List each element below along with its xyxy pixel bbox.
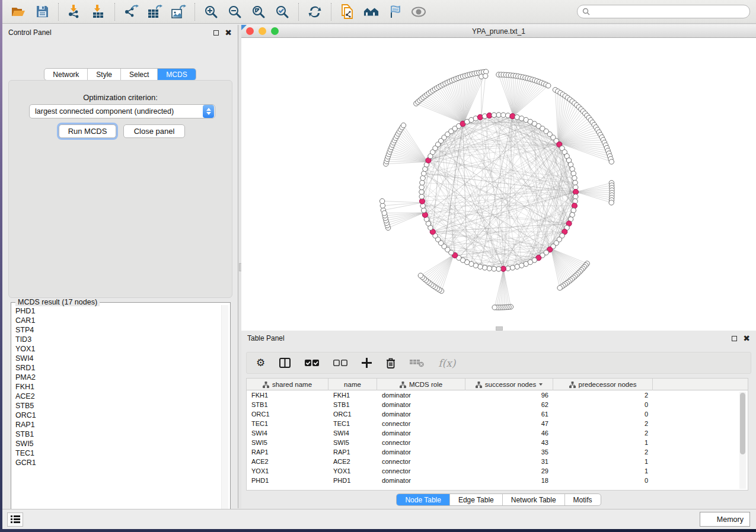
network-node[interactable] (482, 265, 487, 270)
network-node[interactable] (573, 194, 578, 199)
tab-mcds[interactable]: MCDS (157, 69, 195, 80)
mcds-hub-node[interactable] (572, 203, 577, 209)
task-history-button[interactable] (7, 512, 23, 527)
run-mcds-button[interactable]: Run MCDS (59, 124, 116, 138)
network-node[interactable] (496, 113, 501, 117)
mcds-list-scrollbar[interactable] (221, 305, 228, 518)
mcds-result-item[interactable]: PMA2 (15, 373, 221, 382)
network-node[interactable] (510, 265, 515, 270)
column-header-MCDS-role[interactable]: MCDS role (377, 379, 465, 390)
network-node[interactable] (492, 113, 496, 117)
network-node[interactable] (572, 175, 577, 180)
table-row[interactable]: STB1STB1dominator620 (247, 400, 748, 409)
tab-motifs[interactable]: Motifs (564, 494, 601, 505)
export-network-icon[interactable] (123, 4, 139, 20)
network-node[interactable] (419, 185, 424, 190)
add-column-icon[interactable] (362, 358, 372, 368)
import-network-icon[interactable] (67, 4, 82, 20)
mcds-result-item[interactable]: TEC1 (15, 448, 221, 458)
network-node[interactable] (492, 267, 496, 271)
memory-button[interactable]: Memory (700, 512, 750, 527)
network-canvas[interactable] (241, 38, 756, 331)
select-all-columns-icon[interactable] (305, 360, 319, 367)
mcds-result-item[interactable]: CAR1 (15, 316, 221, 325)
scrollbar-thumb[interactable] (740, 393, 745, 454)
column-header-successor-nodes[interactable]: successor nodes (465, 379, 553, 390)
table-row[interactable]: YOX1YOX1connector291 (247, 466, 748, 476)
show-graphics-icon[interactable] (411, 4, 426, 20)
network-node[interactable] (419, 190, 424, 194)
mcds-result-item[interactable]: YOX1 (15, 344, 221, 354)
tab-node-table[interactable]: Node Table (397, 494, 449, 505)
network-node[interactable] (420, 175, 425, 180)
table-row[interactable]: TEC1TEC1connector472 (247, 419, 748, 428)
criterion-dropdown[interactable]: largest connected component (undirected) (29, 104, 215, 118)
mcds-result-item[interactable]: RAP1 (15, 420, 221, 430)
unselect-all-columns-icon[interactable] (333, 360, 347, 367)
float-table-panel-icon[interactable] (732, 336, 737, 341)
tab-select[interactable]: Select (120, 69, 157, 80)
mcds-result-list[interactable]: PHD1CAR1STP4TID3YOX1SWI4SRD1PMA2FKH1ACE2… (12, 306, 221, 518)
mcds-result-item[interactable]: GCR1 (15, 458, 221, 467)
tab-network-table[interactable]: Network Table (502, 494, 564, 505)
table-row[interactable]: SWI4SWI4dominator462 (247, 428, 748, 438)
cybrowser-icon[interactable] (363, 4, 379, 20)
clone-network-icon[interactable] (340, 4, 355, 20)
table-row[interactable]: FKH1FKH1dominator962 (247, 390, 748, 400)
save-session-icon[interactable] (34, 4, 50, 20)
zoom-out-icon[interactable] (227, 4, 243, 20)
network-node[interactable] (501, 113, 506, 117)
network-titlebar[interactable]: YPA_prune.txt_1 (241, 25, 756, 38)
mcds-result-item[interactable]: STB5 (15, 401, 221, 411)
column-settings-icon[interactable]: ⚙ (256, 358, 265, 368)
table-row[interactable]: ACE2ACE2connector311 (247, 457, 748, 466)
table-row[interactable]: RAP1RAP1dominator352 (247, 447, 748, 457)
close-panel-button[interactable]: Close panel (123, 124, 185, 138)
zoom-selected-icon[interactable] (275, 4, 290, 20)
delete-column-icon[interactable] (386, 358, 395, 368)
mcds-result-item[interactable]: PHD1 (15, 306, 221, 316)
mcds-hub-node[interactable] (510, 114, 515, 119)
network-node[interactable] (496, 267, 501, 271)
refresh-icon[interactable] (307, 4, 323, 20)
table-row[interactable]: SWI5SWI5connector431 (247, 438, 748, 447)
mcds-result-item[interactable]: STP4 (15, 325, 221, 335)
export-table-icon[interactable] (147, 4, 162, 20)
column-header-shared-name[interactable]: shared name (247, 379, 328, 390)
mcds-result-item[interactable]: STB1 (15, 430, 221, 439)
zoom-in-icon[interactable] (203, 4, 219, 20)
table-row[interactable]: PHD1PHD1dominator180 (247, 476, 748, 485)
network-node[interactable] (571, 171, 576, 176)
global-search-box[interactable] (577, 5, 750, 18)
mcds-result-item[interactable]: SRD1 (15, 363, 221, 373)
open-file-icon[interactable] (11, 4, 26, 20)
column-header-name[interactable]: name (328, 379, 377, 390)
vizmapper-icon[interactable] (387, 4, 403, 20)
table-row[interactable]: ORC1ORC1dominator610 (247, 409, 748, 419)
tab-style[interactable]: Style (87, 69, 120, 80)
close-panel-icon[interactable]: ✖ (225, 28, 232, 37)
table-scrollbar[interactable] (739, 392, 746, 489)
network-node[interactable] (487, 266, 492, 271)
mcds-result-item[interactable]: FKH1 (15, 382, 221, 392)
tab-edge-table[interactable]: Edge Table (449, 494, 502, 505)
column-header-predecessor-nodes[interactable]: predecessor nodes (553, 379, 653, 390)
mcds-result-item[interactable]: ACE2 (15, 392, 221, 401)
mcds-hub-node[interactable] (477, 114, 483, 120)
mcds-result-item[interactable]: TID3 (15, 335, 221, 344)
float-panel-icon[interactable] (213, 30, 219, 36)
export-image-icon[interactable] (171, 4, 186, 20)
search-input[interactable] (593, 8, 745, 16)
mcds-result-item[interactable]: SWI4 (15, 354, 221, 363)
mcds-result-item[interactable]: SWI5 (15, 439, 221, 448)
network-node[interactable] (419, 194, 424, 199)
close-table-panel-icon[interactable]: ✖ (743, 334, 750, 342)
tab-network[interactable]: Network (44, 69, 87, 80)
split-panel-icon[interactable] (279, 358, 291, 368)
network-node[interactable] (573, 180, 578, 185)
horizontal-splitter-handle[interactable] (496, 326, 503, 331)
network-node[interactable] (515, 264, 519, 269)
import-table-icon[interactable] (91, 4, 106, 20)
network-node[interactable] (422, 208, 426, 213)
network-node[interactable] (420, 180, 425, 185)
